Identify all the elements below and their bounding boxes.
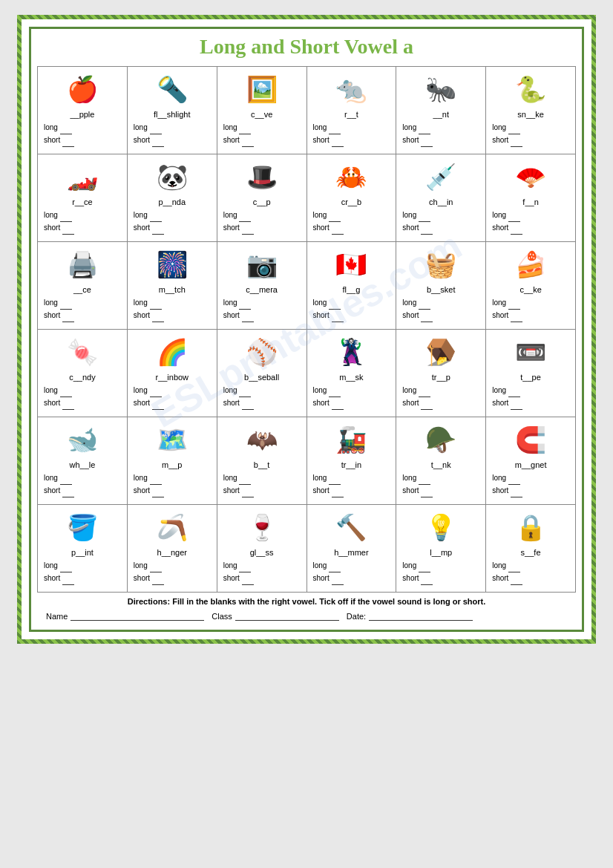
short-option-r4-c0[interactable]: short bbox=[44, 485, 124, 497]
cell-options-r1-c5: long short bbox=[489, 209, 572, 235]
long-option-r1-c4[interactable]: long bbox=[402, 209, 482, 222]
short-option-r1-c4[interactable]: short bbox=[402, 222, 482, 235]
long-option-r5-c0[interactable]: long bbox=[44, 560, 124, 572]
cell-icon-r3-c0: 🍬 bbox=[41, 333, 124, 371]
long-option-r4-c4[interactable]: long bbox=[402, 472, 482, 485]
cell-word-r4-c5: m__gnet bbox=[515, 460, 547, 469]
long-option-r5-c1[interactable]: long bbox=[134, 560, 214, 572]
cell-r3-c5: 📼t__pelong short bbox=[486, 330, 576, 417]
short-option-r4-c2[interactable]: short bbox=[223, 485, 304, 497]
cell-options-r0-c4: long short bbox=[399, 122, 482, 147]
cell-r2-c2: 📷c__meralong short bbox=[217, 242, 307, 330]
cell-icon-r2-c5: 🍰 bbox=[489, 245, 572, 284]
long-option-r5-c5[interactable]: long bbox=[492, 560, 572, 572]
short-option-r1-c5[interactable]: short bbox=[492, 222, 572, 235]
short-option-r1-c0[interactable]: short bbox=[44, 222, 124, 235]
short-option-r1-c3[interactable]: short bbox=[313, 222, 393, 235]
page: Long and Short Vowel a ESLprintables.com… bbox=[17, 15, 596, 644]
short-option-r5-c1[interactable]: short bbox=[134, 572, 214, 585]
long-option-r3-c0[interactable]: long bbox=[44, 385, 124, 397]
cell-word-r4-c3: tr__in bbox=[341, 460, 362, 469]
long-option-r5-c3[interactable]: long bbox=[313, 560, 393, 572]
cell-word-r0-c1: fl__shlight bbox=[154, 110, 191, 119]
short-option-r0-c3[interactable]: short bbox=[313, 134, 393, 147]
long-option-r1-c3[interactable]: long bbox=[313, 209, 393, 222]
cell-icon-r1-c1: 🐼 bbox=[131, 157, 214, 196]
short-option-r0-c1[interactable]: short bbox=[134, 134, 214, 147]
short-option-r5-c4[interactable]: short bbox=[402, 572, 482, 585]
short-option-r0-c0[interactable]: short bbox=[44, 134, 124, 147]
cell-r5-c2: 🍷gl__sslong short bbox=[217, 505, 307, 593]
short-option-r0-c4[interactable]: short bbox=[402, 134, 482, 147]
long-option-r4-c0[interactable]: long bbox=[44, 472, 124, 485]
short-option-r3-c1[interactable]: short bbox=[134, 397, 214, 410]
long-option-r2-c3[interactable]: long bbox=[313, 297, 393, 310]
long-option-r2-c2[interactable]: long bbox=[223, 297, 304, 310]
cell-icon-r1-c4: 💉 bbox=[399, 157, 482, 196]
long-option-r4-c3[interactable]: long bbox=[313, 472, 393, 485]
long-option-r4-c5[interactable]: long bbox=[492, 472, 572, 485]
short-option-r4-c4[interactable]: short bbox=[402, 485, 482, 497]
cell-options-r4-c0: long short bbox=[41, 472, 124, 497]
long-option-r0-c2[interactable]: long bbox=[223, 122, 304, 134]
long-option-r1-c5[interactable]: long bbox=[492, 209, 572, 222]
short-option-r2-c0[interactable]: short bbox=[44, 310, 124, 322]
short-option-r5-c3[interactable]: short bbox=[313, 572, 393, 585]
long-option-r5-c4[interactable]: long bbox=[402, 560, 482, 572]
cell-word-r2-c1: m__tch bbox=[159, 285, 186, 294]
short-option-r4-c1[interactable]: short bbox=[134, 485, 214, 497]
long-option-r3-c2[interactable]: long bbox=[223, 385, 304, 397]
page-inner: Long and Short Vowel a ESLprintables.com… bbox=[29, 27, 584, 632]
long-option-r0-c0[interactable]: long bbox=[44, 122, 124, 134]
short-option-r1-c2[interactable]: short bbox=[223, 222, 304, 235]
cell-options-r2-c1: long short bbox=[131, 297, 214, 322]
cell-options-r4-c4: long short bbox=[399, 472, 482, 497]
long-option-r2-c5[interactable]: long bbox=[492, 297, 572, 310]
long-option-r0-c5[interactable]: long bbox=[492, 122, 572, 134]
long-option-r1-c2[interactable]: long bbox=[223, 209, 304, 222]
cell-word-r3-c2: b__seball bbox=[244, 373, 279, 382]
short-option-r2-c2[interactable]: short bbox=[223, 310, 304, 322]
long-option-r4-c1[interactable]: long bbox=[134, 472, 214, 485]
cell-r2-c1: 🎆m__tchlong short bbox=[128, 242, 217, 330]
long-option-r5-c2[interactable]: long bbox=[223, 560, 304, 572]
short-option-r5-c5[interactable]: short bbox=[492, 572, 572, 585]
short-option-r3-c0[interactable]: short bbox=[44, 397, 124, 410]
short-option-r3-c4[interactable]: short bbox=[402, 397, 482, 410]
date-underline[interactable] bbox=[369, 612, 473, 621]
long-option-r2-c1[interactable]: long bbox=[134, 297, 214, 310]
short-option-r2-c1[interactable]: short bbox=[134, 310, 214, 322]
long-option-r2-c0[interactable]: long bbox=[44, 297, 124, 310]
cell-icon-r4-c5: 🧲 bbox=[489, 420, 572, 459]
short-option-r5-c2[interactable]: short bbox=[223, 572, 304, 585]
cell-r4-c2: 🦇b__tlong short bbox=[217, 417, 307, 505]
short-option-r2-c3[interactable]: short bbox=[313, 310, 393, 322]
cell-options-r0-c5: long short bbox=[489, 122, 572, 147]
long-option-r3-c1[interactable]: long bbox=[134, 385, 214, 397]
long-option-r2-c4[interactable]: long bbox=[402, 297, 482, 310]
short-option-r0-c2[interactable]: short bbox=[223, 134, 304, 147]
long-option-r1-c0[interactable]: long bbox=[44, 209, 124, 222]
long-option-r0-c1[interactable]: long bbox=[134, 122, 214, 134]
class-underline[interactable] bbox=[235, 612, 339, 621]
short-option-r1-c1[interactable]: short bbox=[134, 222, 214, 235]
short-option-r3-c3[interactable]: short bbox=[313, 397, 393, 410]
short-option-r2-c4[interactable]: short bbox=[402, 310, 482, 322]
long-option-r3-c5[interactable]: long bbox=[492, 385, 572, 397]
short-option-r4-c5[interactable]: short bbox=[492, 485, 572, 497]
long-option-r4-c2[interactable]: long bbox=[223, 472, 304, 485]
long-option-r3-c3[interactable]: long bbox=[313, 385, 393, 397]
short-option-r0-c5[interactable]: short bbox=[492, 134, 572, 147]
short-option-r5-c0[interactable]: short bbox=[44, 572, 124, 585]
long-option-r0-c3[interactable]: long bbox=[313, 122, 393, 134]
short-option-r3-c5[interactable]: short bbox=[492, 397, 572, 410]
short-option-r4-c3[interactable]: short bbox=[313, 485, 393, 497]
cell-r1-c5: 🪭f__nlong short bbox=[486, 154, 576, 242]
short-option-r2-c5[interactable]: short bbox=[492, 310, 572, 322]
long-option-r3-c4[interactable]: long bbox=[402, 385, 482, 397]
long-option-r0-c4[interactable]: long bbox=[402, 122, 482, 134]
cell-word-r0-c4: __nt bbox=[433, 110, 449, 119]
long-option-r1-c1[interactable]: long bbox=[134, 209, 214, 222]
short-option-r3-c2[interactable]: short bbox=[223, 397, 304, 410]
name-underline[interactable] bbox=[71, 612, 204, 621]
